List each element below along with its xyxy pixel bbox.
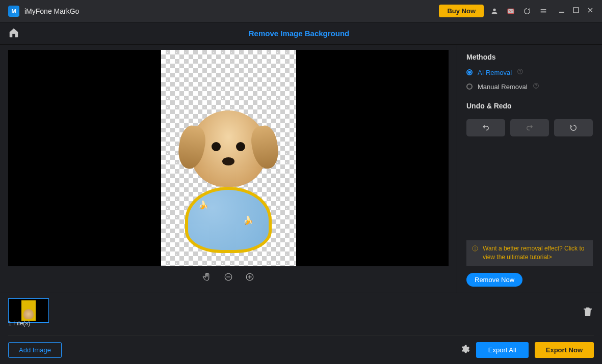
buy-now-button[interactable]: Buy Now: [439, 5, 484, 17]
minimize-button[interactable]: [558, 7, 565, 16]
svg-point-15: [536, 87, 536, 88]
main: Methods AI Removal Manual Removal Undo &…: [0, 45, 602, 293]
help-icon[interactable]: [533, 82, 539, 91]
menu-icon[interactable]: [538, 6, 549, 17]
radio-ai-removal[interactable]: AI Removal: [466, 68, 593, 76]
side-panel: Methods AI Removal Manual Removal Undo &…: [457, 45, 602, 293]
add-image-button[interactable]: Add Image: [8, 342, 62, 358]
undo-button[interactable]: [466, 119, 505, 136]
help-icon[interactable]: [517, 68, 524, 76]
pan-tool-icon[interactable]: [202, 272, 212, 284]
export-all-button[interactable]: Export All: [476, 342, 529, 358]
svg-rect-4: [541, 12, 546, 13]
close-button[interactable]: [587, 7, 594, 16]
zoom-in-icon[interactable]: [245, 272, 254, 284]
delete-button[interactable]: [582, 305, 594, 320]
tip-text: Want a better removal effect? Click to v…: [483, 244, 588, 262]
canvas-tools: [8, 266, 449, 290]
svg-rect-5: [559, 12, 564, 13]
user-icon[interactable]: [489, 6, 500, 17]
reset-button[interactable]: [554, 119, 593, 136]
undo-redo-heading: Undo & Redo: [466, 102, 593, 110]
page-title: Remove Image Background: [4, 29, 594, 38]
subject-cutout: [177, 110, 279, 253]
bottom-panel: 1 File(s) Add Image Export All Export No…: [0, 293, 602, 364]
image-thumbnail[interactable]: [8, 298, 49, 323]
toolbar: Remove Image Background: [0, 22, 602, 45]
canvas-pane: [0, 45, 457, 293]
image-viewport[interactable]: [8, 50, 449, 266]
radio-label: AI Removal: [478, 69, 512, 76]
titlebar: M iMyFone MarkGo Buy Now: [0, 0, 602, 22]
svg-rect-2: [541, 9, 546, 10]
radio-label: Manual Removal: [478, 83, 528, 91]
mail-icon[interactable]: [505, 6, 516, 17]
redo-button[interactable]: [510, 119, 549, 136]
undo-redo-buttons: [466, 119, 593, 136]
zoom-out-icon[interactable]: [224, 272, 233, 284]
export-now-button[interactable]: Export Now: [535, 342, 594, 358]
tutorial-tip[interactable]: Want a better removal effect? Click to v…: [466, 240, 593, 266]
app-logo: M: [8, 6, 19, 17]
remove-now-button[interactable]: Remove Now: [466, 273, 522, 287]
svg-rect-3: [541, 11, 546, 11]
svg-point-13: [520, 73, 520, 73]
refresh-icon[interactable]: [521, 6, 533, 17]
file-count: 1 File(s): [8, 320, 30, 327]
maximize-button[interactable]: [572, 7, 580, 16]
transparency-canvas: [161, 50, 296, 266]
settings-icon[interactable]: [460, 344, 470, 356]
svg-point-18: [475, 250, 476, 250]
svg-point-0: [493, 8, 495, 11]
app-title: iMyFone MarkGo: [24, 7, 79, 15]
methods-heading: Methods: [466, 53, 593, 61]
window-controls: [558, 7, 594, 16]
radio-manual-removal[interactable]: Manual Removal: [466, 82, 593, 91]
svg-rect-6: [573, 8, 579, 13]
